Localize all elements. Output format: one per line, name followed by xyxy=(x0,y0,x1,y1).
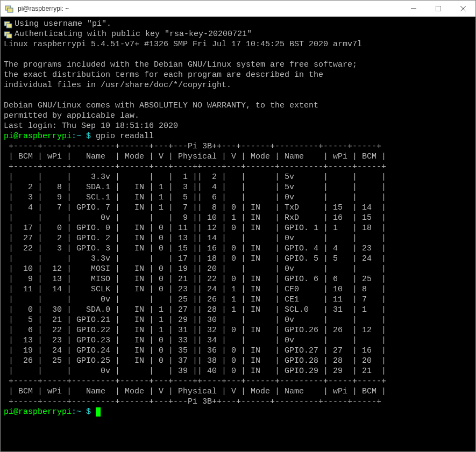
putty-window: pi@raspberrypi: ~ Using username "pi". A… xyxy=(0,0,476,452)
table-row: | 11 | 14 | SCLK | IN | 0 | 23 || 24 | 1… xyxy=(4,285,386,294)
motd-line: The programs included with the Debian GN… xyxy=(4,60,357,69)
table-row: | 3 | 9 | SCL.1 | IN | 1 | 5 || 6 | | | … xyxy=(4,193,386,202)
prompt-cwd: :~ $ xyxy=(72,132,96,141)
motd-line: Linux raspberrypi 5.4.51-v7+ #1326 SMP F… xyxy=(4,40,362,49)
table-row: | 2 | 8 | SDA.1 | IN | 1 | 3 || 4 | | | … xyxy=(4,183,386,192)
table-separator: +-----+-----+---------+------+---+----++… xyxy=(4,162,386,171)
table-row: | 0 | 30 | SDA.0 | IN | 1 | 27 || 28 | 1… xyxy=(4,305,386,314)
table-row: | | | 3.3v | | | 1 || 2 | | | 5v | | | xyxy=(4,173,386,182)
table-row: | 17 | 0 | GPIO. 0 | IN | 0 | 11 || 12 |… xyxy=(4,224,386,233)
putty-icon xyxy=(5,4,13,13)
table-row: | | | 3.3v | | | 17 || 18 | 0 | IN | GPI… xyxy=(4,254,386,263)
table-row: | 10 | 12 | MOSI | IN | 0 | 19 || 20 | |… xyxy=(4,264,386,274)
table-row: | 22 | 3 | GPIO. 3 | IN | 0 | 15 || 16 |… xyxy=(4,244,386,253)
table-row: | | | 0v | | | 25 || 26 | 1 | IN | CE1 |… xyxy=(4,295,386,304)
window-title: pi@raspberrypi: ~ xyxy=(18,5,401,12)
table-row: | | | 0v | | | 39 || 40 | 0 | IN | GPIO.… xyxy=(4,367,386,376)
motd-line: Authenticating with public key "rsa-key-… xyxy=(15,30,252,39)
table-row: | 27 | 2 | GPIO. 2 | IN | 0 | 13 || 14 |… xyxy=(4,234,386,243)
putty-line-icon xyxy=(4,20,12,28)
command-text: gpio readall xyxy=(96,132,154,141)
table-border-top: +-----+-----+---------+------+---+---Pi … xyxy=(4,142,381,151)
table-border-bottom: +-----+-----+---------+------+---+---Pi … xyxy=(4,397,381,406)
table-row: | 6 | 22 | GPIO.22 | IN | 1 | 31 || 32 |… xyxy=(4,326,386,335)
svg-rect-7 xyxy=(6,24,12,28)
table-row: | 4 | 7 | GPIO. 7 | IN | 1 | 7 || 8 | 0 … xyxy=(4,203,386,212)
table-separator: +-----+-----+---------+------+---+----++… xyxy=(4,377,386,386)
maximize-button[interactable] xyxy=(426,1,451,16)
motd-line: the exact distribution terms for each pr… xyxy=(4,70,323,80)
motd-line: Debian GNU/Linux comes with ABSOLUTELY N… xyxy=(4,101,318,110)
svg-rect-3 xyxy=(436,6,441,11)
table-row: | 13 | 23 | GPIO.23 | IN | 0 | 33 || 34 … xyxy=(4,336,386,345)
window-controls xyxy=(401,1,475,16)
svg-rect-9 xyxy=(6,34,12,38)
prompt-user: pi@raspberrypi xyxy=(4,132,72,141)
table-row: | 9 | 13 | MISO | IN | 0 | 21 || 22 | 0 … xyxy=(4,275,386,284)
table-row: | | | 0v | | | 9 || 10 | 1 | IN | RxD | … xyxy=(4,213,386,223)
table-row: | 26 | 25 | GPIO.25 | IN | 0 | 37 || 38 … xyxy=(4,356,386,365)
motd-line: Using username "pi". xyxy=(15,19,111,28)
table-header: | BCM | wPi | Name | Mode | V | Physical… xyxy=(4,152,386,161)
titlebar[interactable]: pi@raspberrypi: ~ xyxy=(1,1,475,17)
motd-line: Last login: Thu Sep 10 18:51:16 2020 xyxy=(4,121,178,131)
putty-line-icon xyxy=(4,30,12,39)
motd-line: permitted by applicable law. xyxy=(4,111,139,120)
table-row: | 19 | 24 | GPIO.24 | IN | 0 | 35 || 36 … xyxy=(4,346,386,355)
minimize-button[interactable] xyxy=(401,1,426,16)
svg-rect-1 xyxy=(8,8,13,12)
table-header: | BCM | wPi | Name | Mode | V | Physical… xyxy=(4,387,386,396)
motd-line: individual files in /usr/share/doc/*/cop… xyxy=(4,81,231,90)
prompt-cwd: :~ $ xyxy=(72,407,96,417)
table-row: | 5 | 21 | GPIO.21 | IN | 1 | 29 || 30 |… xyxy=(4,315,386,325)
terminal[interactable]: Using username "pi". Authenticating with… xyxy=(1,17,475,451)
cursor xyxy=(96,407,101,417)
close-button[interactable] xyxy=(451,1,475,16)
prompt-user: pi@raspberrypi xyxy=(4,407,72,417)
